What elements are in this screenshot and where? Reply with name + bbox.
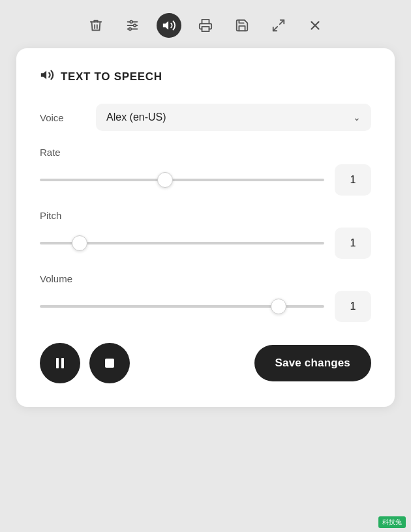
svg-marker-6 [163, 22, 168, 30]
svg-rect-13 [56, 358, 59, 368]
pitch-value: 1 [335, 228, 371, 259]
volume-slider-container[interactable] [40, 299, 324, 314]
rate-value: 1 [335, 164, 371, 196]
card-header: TEXT TO SPEECH [40, 68, 371, 85]
rate-slider-track [40, 179, 324, 181]
svg-point-3 [130, 21, 132, 23]
svg-line-8 [280, 20, 284, 24]
tts-card: TEXT TO SPEECH Voice Alex (en-US) ⌄ Rate… [16, 48, 395, 407]
rate-row: 1 [40, 164, 371, 196]
bottom-controls: Save changes [40, 343, 371, 383]
speaker-icon[interactable] [157, 13, 181, 38]
rate-slider-thumb[interactable] [157, 172, 173, 188]
chevron-down-icon: ⌄ [353, 112, 361, 123]
svg-rect-7 [202, 27, 209, 31]
pitch-slider-container[interactable] [40, 235, 324, 251]
stop-button[interactable] [89, 343, 130, 383]
pitch-label: Pitch [40, 210, 371, 221]
svg-rect-14 [61, 358, 64, 368]
trash-icon[interactable] [84, 13, 108, 38]
volume-row: 1 [40, 291, 371, 322]
volume-section: Volume 1 [40, 273, 371, 322]
pause-button[interactable] [40, 343, 80, 383]
volume-value: 1 [335, 291, 371, 322]
volume-label: Volume [40, 273, 371, 284]
svg-marker-12 [41, 71, 46, 80]
rate-slider-container[interactable] [40, 172, 324, 188]
rate-section: Rate 1 [40, 147, 371, 196]
pitch-section: Pitch 1 [40, 210, 371, 259]
fullscreen-icon[interactable] [266, 13, 291, 38]
close-icon[interactable] [303, 13, 327, 38]
volume-slider-thumb[interactable] [271, 299, 286, 314]
voice-label: Voice [40, 112, 85, 123]
save-changes-button[interactable]: Save changes [254, 345, 371, 381]
voice-dropdown[interactable]: Alex (en-US) ⌄ [96, 104, 371, 131]
floppy-save-icon[interactable] [230, 13, 254, 38]
print-icon[interactable] [193, 13, 218, 38]
svg-line-9 [273, 27, 277, 31]
card-title: TEXT TO SPEECH [61, 70, 162, 83]
sliders-icon[interactable] [120, 13, 145, 38]
rate-label: Rate [40, 147, 371, 158]
voice-row: Voice Alex (en-US) ⌄ [40, 104, 371, 131]
pitch-slider-track [40, 242, 324, 244]
svg-point-4 [134, 24, 136, 27]
watermark: 科技兔 [378, 516, 406, 528]
card-header-icon [40, 68, 54, 85]
svg-rect-15 [105, 359, 114, 368]
toolbar [70, 13, 341, 38]
svg-point-5 [129, 28, 132, 31]
pitch-row: 1 [40, 228, 371, 259]
voice-value: Alex (en-US) [106, 111, 166, 123]
volume-slider-track [40, 305, 324, 308]
app-wrapper: TEXT TO SPEECH Voice Alex (en-US) ⌄ Rate… [0, 0, 411, 532]
pitch-slider-thumb[interactable] [72, 235, 87, 251]
